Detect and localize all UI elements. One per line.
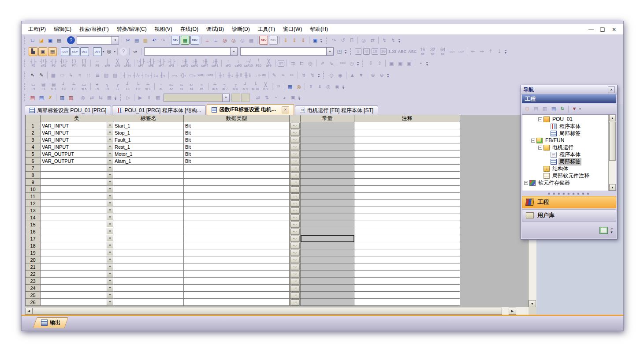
comment-cell[interactable] bbox=[354, 285, 460, 292]
closed-contact-icon[interactable]: ┤/├sF5 bbox=[38, 58, 48, 68]
class-cell[interactable]: ▼ bbox=[41, 235, 113, 242]
toolbar-overflow-chevron[interactable]: ▾ bbox=[505, 50, 506, 54]
find-binoculars-icon[interactable]: ∞ bbox=[131, 48, 139, 56]
scroll-left-button[interactable]: ◀ bbox=[25, 308, 33, 315]
menu-item[interactable]: 转换/编译(C) bbox=[113, 24, 151, 34]
toolbar-overflow-chevron[interactable]: ▾ bbox=[398, 39, 400, 43]
label-name-cell[interactable] bbox=[113, 165, 184, 172]
label-name-cell[interactable] bbox=[113, 207, 184, 214]
tree-scrollbar[interactable]: ▲ ▼ bbox=[608, 115, 616, 191]
class-dropdown-icon[interactable]: ▼ bbox=[107, 263, 113, 270]
data-type-cell[interactable] bbox=[184, 172, 290, 179]
device-read-disabled-icon[interactable]: DEV bbox=[269, 36, 278, 45]
type-browse-button[interactable]: … bbox=[290, 292, 300, 298]
combo-dropdown-arrow[interactable]: ▾ bbox=[222, 94, 229, 102]
tree-item[interactable]: −POU_01 bbox=[522, 116, 616, 123]
outline-toggle-icon[interactable]: ▤ bbox=[48, 47, 57, 56]
data-type-cell[interactable] bbox=[184, 299, 290, 306]
display-decimal-icon[interactable]: 10 bbox=[372, 48, 378, 55]
window-close-disabled-icon[interactable]: ▣ bbox=[396, 59, 404, 67]
comment-cell[interactable] bbox=[354, 136, 460, 143]
watch-start-disabled-icon[interactable]: ⇄ bbox=[254, 94, 262, 102]
toolbar-overflow-chevron[interactable]: ▾ bbox=[426, 62, 428, 66]
row-number-cell[interactable]: 11 bbox=[25, 193, 41, 200]
dev-b-disabled-icon[interactable]: DEV bbox=[457, 48, 465, 56]
type-browse-button[interactable]: … bbox=[290, 299, 300, 305]
falling-pulse-close-icon[interactable]: ↓┤├aF8 bbox=[166, 58, 176, 68]
type-browse-button[interactable]: … bbox=[290, 158, 300, 164]
menu-item[interactable]: 搜索/替换(F) bbox=[75, 24, 113, 34]
dropdown-arrow[interactable]: ▾ bbox=[103, 50, 104, 53]
toolbar-grip[interactable] bbox=[323, 71, 325, 79]
comment-cell[interactable] bbox=[354, 179, 460, 186]
type-browse-button[interactable]: … bbox=[290, 200, 300, 207]
watch-option-disabled-icon[interactable]: ▣ bbox=[289, 94, 297, 102]
tree-scroll-up-button[interactable]: ▲ bbox=[609, 115, 616, 121]
class-dropdown-icon[interactable]: ▼ bbox=[107, 158, 113, 164]
class-cell[interactable]: ▼ bbox=[41, 271, 113, 278]
class-cell[interactable]: VAR_INPUT▼ bbox=[41, 136, 113, 143]
contact-down2-disabled-icon[interactable]: ╫⇓ bbox=[244, 71, 252, 79]
rising-pulse-icon[interactable]: ↑┤├sF7 bbox=[136, 58, 146, 68]
label-name-cell[interactable]: Alam_1 bbox=[113, 158, 184, 165]
data-type-cell[interactable]: Bit bbox=[184, 158, 290, 165]
device-memory-icon[interactable]: DEV bbox=[71, 47, 79, 56]
combo-dropdown-arrow[interactable]: ▾ bbox=[230, 48, 237, 55]
sfc-branch2-icon[interactable]: ┌F7 bbox=[112, 81, 123, 92]
label-name-cell[interactable]: Motor_1 bbox=[113, 150, 184, 158]
edit3-disabled-icon[interactable]: ◎ bbox=[306, 59, 314, 67]
device-display-icon[interactable]: DEV bbox=[93, 47, 102, 56]
label-name-cell[interactable] bbox=[113, 186, 184, 193]
collapse-icon[interactable]: − bbox=[538, 117, 542, 121]
class-dropdown-icon[interactable]: ▼ bbox=[107, 242, 113, 248]
display-abc-label[interactable]: ABC bbox=[398, 49, 407, 54]
comment-cell[interactable] bbox=[354, 207, 460, 214]
comment-edit-disabled-icon[interactable]: ✎ bbox=[270, 71, 278, 79]
menu-item[interactable]: 窗口(W) bbox=[279, 24, 306, 34]
refresh-icon[interactable]: ↻ bbox=[558, 105, 566, 113]
data-type-cell[interactable] bbox=[184, 207, 290, 214]
class-dropdown-icon[interactable]: ▼ bbox=[107, 207, 113, 213]
pause-disabled-icon[interactable]: ‖ bbox=[145, 94, 153, 102]
sfc-c1-icon[interactable]: ▫c1 bbox=[156, 81, 166, 92]
comment-cell[interactable] bbox=[354, 129, 460, 136]
help-disabled-icon[interactable]: ? bbox=[119, 48, 127, 56]
row-number-cell[interactable]: 22 bbox=[25, 271, 41, 278]
undo-icon[interactable]: ↶ bbox=[150, 36, 158, 44]
navigation-close-icon[interactable]: ✕ bbox=[608, 86, 615, 93]
find-instruction-disabled-icon[interactable]: ◉ bbox=[336, 71, 344, 79]
find-in-page-icon[interactable]: ◳ bbox=[335, 48, 343, 56]
contact-up-disabled-icon[interactable]: ╫↑ bbox=[218, 71, 226, 79]
picture-disabled-icon[interactable]: ▨ bbox=[111, 71, 119, 79]
redo-icon[interactable]: ↷ bbox=[159, 36, 167, 44]
element8-disabled-icon[interactable]: ▭₈ bbox=[188, 71, 196, 79]
row-number-cell[interactable]: 14 bbox=[25, 214, 41, 221]
download-icon[interactable]: → bbox=[203, 36, 211, 44]
constant-cell[interactable] bbox=[301, 193, 354, 200]
constant-cell[interactable] bbox=[301, 165, 354, 172]
sfc-r-icon[interactable]: Rc5 bbox=[197, 81, 207, 92]
delete-hline-icon[interactable]: ╳cF9 bbox=[112, 58, 123, 68]
upload-icon[interactable]: ← bbox=[212, 36, 220, 44]
class-dropdown-icon[interactable]: ▼ bbox=[107, 228, 113, 234]
dropdown-arrow[interactable]: ▾ bbox=[579, 107, 581, 111]
param-download1-icon[interactable]: ⇓ bbox=[282, 36, 290, 44]
data-type-cell[interactable] bbox=[184, 235, 290, 242]
row-number-cell[interactable]: 24 bbox=[25, 285, 41, 292]
edit-pen-icon[interactable]: ✎ bbox=[37, 71, 45, 79]
constant-cell[interactable] bbox=[301, 150, 354, 158]
return-label[interactable]: (R) bbox=[262, 74, 266, 76]
class-cell[interactable]: ▼ bbox=[41, 278, 113, 285]
type-browse-button[interactable]: … bbox=[290, 151, 300, 157]
step-renumber-disabled-icon[interactable]: ↕9 bbox=[274, 83, 282, 90]
delete-all-rows-icon[interactable]: ✗ bbox=[46, 94, 54, 102]
select-cursor-icon[interactable]: ↖ bbox=[29, 71, 37, 79]
bookmark2-disabled-icon[interactable]: ▼ bbox=[357, 71, 365, 79]
sfc-branch4-icon[interactable]: └F9 bbox=[133, 81, 143, 92]
quick-access-combobox[interactable]: ▾ bbox=[77, 36, 119, 45]
element5-disabled-icon[interactable]: ┨₅ bbox=[159, 71, 167, 79]
link-disabled-icon[interactable]: ⇄ bbox=[369, 36, 376, 44]
toolbar-grip[interactable] bbox=[24, 48, 26, 55]
toolbar-overflow-chevron[interactable]: ▾ bbox=[115, 97, 116, 101]
data-type-cell[interactable] bbox=[184, 193, 290, 200]
